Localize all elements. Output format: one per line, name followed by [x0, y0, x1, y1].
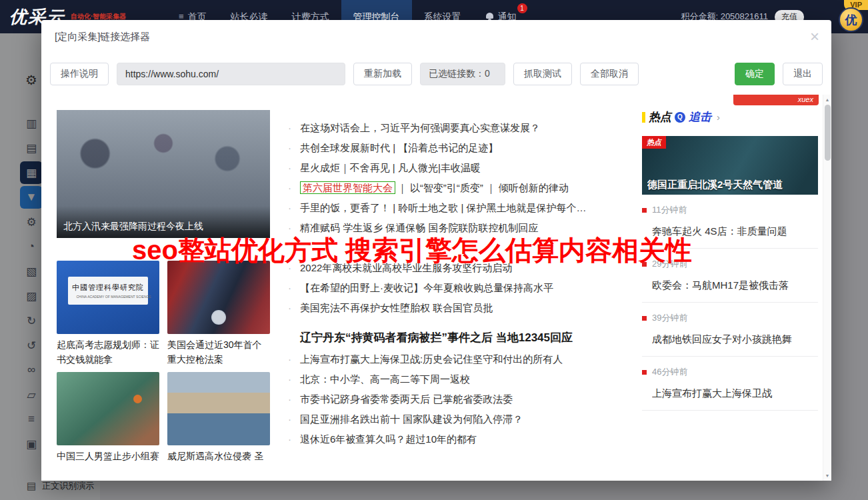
bullet-icon: · — [288, 393, 291, 405]
headline-link[interactable]: ·星火成炬｜不舍再见 | 凡人微光|丰收温暖 — [288, 158, 616, 178]
bullet-icon: · — [288, 202, 291, 213]
hot-title-black: 热点 — [649, 109, 671, 125]
hot-news-list: 11分钟前 奔驰车起火 4S店：非质量问题 29分钟前 欧委会：马航MH17是被… — [642, 195, 818, 411]
headline-text: 市委书记跻身省委常委两天后 已掌舵省委政法委 — [300, 393, 513, 405]
cancel-all-button[interactable]: 全部取消 — [580, 63, 639, 85]
bullet-icon: · — [288, 162, 291, 173]
headline-text: 共创全球发展新时代 | 【沿着总书记的足迹】 — [300, 142, 498, 153]
hot-section-header[interactable]: 热点 Q 追击 › — [642, 109, 818, 125]
headline-link[interactable]: ·在这场对话会上，习近平为何强调要真心实意谋发展？ — [288, 118, 616, 138]
account-avatar[interactable]: 优 — [839, 7, 863, 32]
confirm-button[interactable]: 确定 — [735, 63, 775, 85]
headline-text: 在这场对话会上，习近平为何强调要真心实意谋发展？ — [300, 122, 540, 133]
headline-text: 国足亚洲排名跌出前十 国家队建设为何陷入停滞？ — [300, 413, 523, 425]
hot-title-blue: 追击 — [689, 109, 711, 125]
photo-sign: 中國管理科學研究院 CHINA ACADEMY OF MANAGEMENT SC… — [68, 277, 148, 305]
headline-text: 星火成炬｜不舍再见 | 凡人微光|丰收温暖 — [300, 162, 481, 173]
news-photo-main[interactable]: 北方入汛来最强降雨过程今夜上线 — [57, 110, 270, 238]
headline-link[interactable]: ·【在希望的田野上·麦收记】今年夏粮收购总量保持高水平 — [288, 278, 616, 298]
headline-link[interactable]: ·国足亚洲排名跌出前十 国家队建设为何陷入停滞？ — [288, 409, 616, 429]
headline-text: 【在希望的田野上·麦收记】今年夏粮收购总量保持高水平 — [300, 282, 553, 293]
bullet-icon: · — [288, 122, 291, 133]
exit-button[interactable]: 退出 — [783, 63, 823, 85]
headline-text: ｜ 以“智变”引“质变” ｜ 倾听创新的律动 — [397, 182, 569, 193]
hot-news-item[interactable]: 46分钟前 上海宣布打赢大上海保卫战 — [642, 357, 818, 411]
headline-link[interactable]: ·北京：中小学、高一高二等下周一返校 — [288, 369, 616, 389]
headline-list-top: ·在这场对话会上，习近平为何强调要真心实意谋发展？ ·共创全球发展新时代 | 【… — [288, 118, 616, 238]
headline-link[interactable]: ·第六届世界智能大会｜ 以“智变”引“质变” ｜ 倾听创新的律动 — [288, 178, 616, 198]
fetch-test-button[interactable]: 抓取测试 — [513, 63, 572, 85]
headline-link[interactable]: ·市委书记跻身省委常委两天后 已掌舵省委政法委 — [288, 389, 616, 409]
news-card[interactable]: 中國管理科學研究院 CHINA ACADEMY OF MANAGEMENT SC… — [57, 261, 159, 367]
scrollbar-thumb[interactable] — [825, 105, 831, 161]
dialog-toolbar: 操作说明 重新加载 已选链接数：0 抓取测试 全部取消 确定 退出 — [41, 53, 831, 95]
headline-column: ·在这场对话会上，习近平为何强调要真心实意谋发展？ ·共创全球发展新时代 | 【… — [288, 118, 616, 449]
news-caption: 威尼斯遇高水位侵袭 圣 — [167, 449, 270, 465]
headline-link[interactable]: ·共创全球发展新时代 | 【沿着总书记的足迹】 — [288, 138, 616, 158]
hot-news-title: 欧委会：马航MH17是被俄击落 — [652, 279, 818, 292]
bullet-icon: · — [288, 373, 291, 385]
news-card[interactable]: 中国三人男篮止步小组赛 — [57, 372, 159, 465]
hot-photo-caption: 德国正重启北溪2号天然气管道 — [647, 179, 814, 191]
news-photo — [57, 372, 159, 445]
headline-text: 美国宪法不再保护女性堕胎权 联合国官员批 — [300, 302, 493, 313]
news-card-grid: 中國管理科學研究院 CHINA ACADEMY OF MANAGEMENT SC… — [57, 261, 270, 465]
help-button[interactable]: 操作说明 — [50, 63, 109, 85]
hot-news-title: 上海宣布打赢大上海保卫战 — [652, 387, 818, 400]
link-selector-dialog: [定向采集]链接选择器 × 操作说明 重新加载 已选链接数：0 抓取测试 全部取… — [41, 20, 831, 481]
headline-link[interactable]: ·美国宪法不再保护女性堕胎权 联合国官员批 — [288, 298, 616, 318]
news-photo — [167, 372, 270, 445]
bullet-icon: · — [288, 282, 291, 293]
red-square-icon — [642, 370, 647, 375]
headline-link[interactable]: ·退休近6年被查算久吗？超过10年的都有 — [288, 429, 616, 449]
news-caption: 中国三人男篮止步小组赛 — [57, 449, 159, 465]
hot-badge: 热点 — [642, 136, 666, 149]
timestamp: 46分钟前 — [652, 366, 687, 378]
chevron-right-icon: › — [717, 111, 720, 123]
hot-news-photo[interactable]: 热点 德国正重启北溪2号天然气管道 — [642, 136, 818, 195]
news-caption: 美国会通过近30年首个重大控枪法案 — [167, 338, 270, 367]
scroll-down-icon[interactable]: ▼ — [823, 471, 831, 480]
red-square-icon — [642, 208, 647, 213]
selected-links-count: 已选链接数：0 — [420, 63, 505, 85]
headline-text: 上海宣布打赢大上海保卫战:历史会记住坚守和付出的所有人 — [300, 353, 563, 365]
chase-icon: Q — [675, 112, 685, 123]
close-icon[interactable]: × — [810, 29, 819, 45]
dialog-title: [定向采集]链接选择器 — [55, 31, 150, 43]
headline-text: 北京：中小学、高一高二等下周一返校 — [300, 373, 470, 385]
hot-news-title: 成都地铁回应女子对小孩跳艳舞 — [652, 333, 818, 346]
headline-feature-link[interactable]: 辽宁丹东“持黄码者看病被拦”事件之后 当地12345回应 — [288, 327, 616, 349]
news-caption: 起底高考志愿规划师：证书交钱就能拿 — [57, 338, 159, 367]
reload-button[interactable]: 重新加载 — [353, 63, 412, 85]
headline-list-bottom: ·上海宣布打赢大上海保卫战:历史会记住坚守和付出的所有人 ·北京：中小学、高一高… — [288, 349, 616, 449]
bullet-icon: · — [288, 353, 291, 365]
bullet-icon: · — [288, 142, 291, 153]
news-photo: 中國管理科學研究院 CHINA ACADEMY OF MANAGEMENT SC… — [57, 261, 159, 334]
news-card[interactable]: 威尼斯遇高水位侵袭 圣 — [167, 372, 270, 465]
selected-link-highlight[interactable]: 第六届世界智能大会 — [300, 181, 395, 194]
headline-text: 手里的饭，更香了！ | 聆听土地之歌 | 保护黑土地就是保护每个… — [300, 202, 586, 213]
scroll-up-icon[interactable]: ▲ — [823, 95, 831, 104]
headline-text: 退休近6年被查算久吗？超过10年的都有 — [300, 433, 477, 445]
hot-news-item[interactable]: 39分钟前 成都地铁回应女子对小孩跳艳舞 — [642, 303, 818, 357]
url-input[interactable] — [117, 63, 345, 85]
ad-banner[interactable]: xuex — [733, 95, 819, 105]
notification-badge: 1 — [517, 3, 527, 13]
bullet-icon: · — [288, 433, 291, 445]
headline-link[interactable]: ·上海宣布打赢大上海保卫战:历史会记住坚守和付出的所有人 — [288, 349, 616, 369]
headline-link[interactable]: ·手里的饭，更香了！ | 聆听土地之歌 | 保护黑土地就是保护每个… — [288, 198, 616, 218]
seo-watermark-text: seo整站优化方式 搜索引擎怎么估算内容相关性 — [132, 232, 692, 269]
bullet-icon: · — [288, 302, 291, 313]
news-card[interactable]: 美国会通过近30年首个重大控枪法案 — [167, 261, 270, 367]
timestamp: 11分钟前 — [652, 204, 687, 216]
red-square-icon — [642, 316, 647, 321]
bullet-icon: · — [288, 182, 291, 193]
scrollbar[interactable]: ▲ ▼ — [823, 95, 831, 481]
timestamp: 39分钟前 — [652, 312, 687, 324]
webpage-preview: xuex 北方入汛来最强降雨过程今夜上线 中國管理科學研究院 CHINA ACA… — [41, 95, 831, 481]
photo-column: 北方入汛来最强降雨过程今夜上线 中國管理科學研究院 CHINA ACADEMY … — [57, 110, 270, 465]
bullet-icon: · — [288, 413, 291, 425]
news-photo — [167, 261, 270, 334]
yellow-bar-icon — [642, 112, 645, 123]
